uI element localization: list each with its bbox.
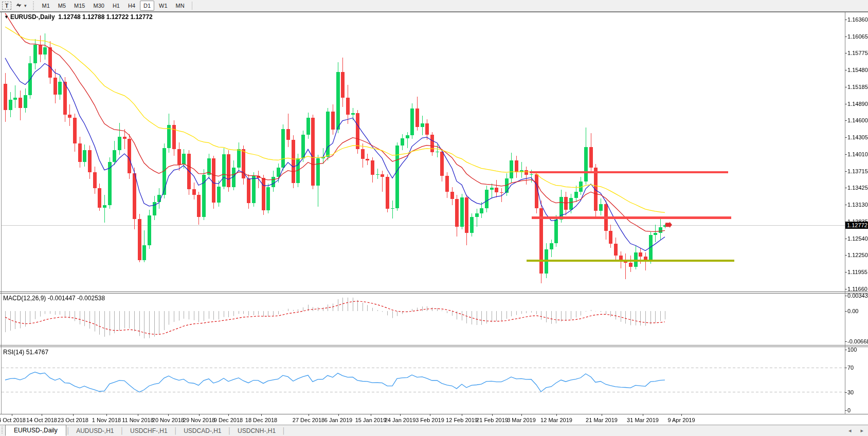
timeframe-button-h1[interactable]: H1 <box>109 1 123 11</box>
price-axis-tick: 1.12250 <box>847 252 868 258</box>
price-axis-tick: 1.13130 <box>847 202 868 208</box>
price-axis-tick: 1.16360 <box>847 16 868 23</box>
macd-values: -0.001447 -0.002538 <box>48 295 105 302</box>
chart-tab-usdcnhh1[interactable]: USDCNH-,H1 <box>231 425 282 436</box>
chart-canvas[interactable] <box>0 0 868 436</box>
chart-tab-eurusddaily[interactable]: EURUSD-,Daily <box>5 425 66 436</box>
arrange-tool-button[interactable]: ▾ <box>14 1 27 11</box>
rsi-axis-tick: 0 <box>847 407 851 413</box>
price-axis-tick: 1.11660 <box>847 286 867 292</box>
expand-triangle-icon[interactable]: ▼ <box>4 14 9 20</box>
scroll-right-icon[interactable]: ▸ <box>856 427 868 434</box>
timeframe-button-m1[interactable]: M1 <box>39 1 53 11</box>
chart-tab-usdcadh1[interactable]: USDCAD-,H1 <box>177 425 227 436</box>
macd-axis-tick: 0.003431 <box>847 293 868 299</box>
timeframe-button-m15[interactable]: M15 <box>70 1 88 11</box>
price-axis-tick: 1.15775 <box>847 50 868 56</box>
price-axis-tick: 1.12540 <box>847 235 868 242</box>
tabbar-grip[interactable] <box>1 427 4 434</box>
price-axis-tick: 1.13715 <box>847 168 868 174</box>
chart-ohlc-values: 1.12748 1.12788 1.12722 1.12772 <box>58 13 153 21</box>
price-axis-tick: 1.11955 <box>847 269 867 275</box>
chart-symbol-period: EURUSD-,Daily <box>10 13 55 21</box>
price-axis-tick: 1.15480 <box>847 67 868 73</box>
text-tool-icon: T <box>2 2 11 10</box>
double-arrow-icon <box>15 2 23 10</box>
tab-scroll-arrows: ◂ ▸ <box>844 425 868 436</box>
macd-axis-tick: 0.00 <box>847 308 858 314</box>
date-axis-tick: 12 Mar 2019 <box>533 417 580 423</box>
rsi-axis-tick: 100 <box>847 347 857 353</box>
chart-tab-audusdh1[interactable]: AUDUSD-,H1 <box>70 425 120 436</box>
price-axis-tick: 1.15185 <box>847 84 868 90</box>
price-axis-tick: 1.14600 <box>847 117 868 123</box>
chart-tab-usdchfh1[interactable]: USDCHF-,H1 <box>124 425 174 436</box>
current-price-tag: 1.12772 <box>845 222 868 229</box>
tab-separator: │ <box>120 425 124 436</box>
chart-title: ▼EURUSD-,Daily 1.12748 1.12788 1.12722 1… <box>4 13 153 21</box>
macd-label: MACD(12,26,9) -0.001447 -0.002538 <box>3 295 105 302</box>
timeframe-button-w1[interactable]: W1 <box>155 1 171 11</box>
chart-tabs: EURUSD-,Daily│AUDUSD-,H1│USDCHF-,H1│USDC… <box>5 425 286 436</box>
tab-separator: │ <box>66 425 70 436</box>
chart-tab-bar: EURUSD-,Daily│AUDUSD-,H1│USDCHF-,H1│USDC… <box>0 425 868 436</box>
price-axis-tick: 1.14305 <box>847 134 868 140</box>
toolbar-separator <box>192 2 192 10</box>
timeframe-button-mn[interactable]: MN <box>172 1 188 11</box>
text-label-tool-button[interactable]: T <box>1 1 12 11</box>
date-axis-tick: 18 Dec 2018 <box>238 417 284 423</box>
timeframe-button-m30[interactable]: M30 <box>90 1 108 11</box>
terminal-window: T ▾ M1M5M15M30H1H4D1W1MN ▼EURUSD-,Daily … <box>0 0 868 436</box>
macd-axis-tick: -0.006686 <box>847 338 868 344</box>
scroll-left-icon[interactable]: ◂ <box>844 427 856 434</box>
rsi-label: RSI(14) 51.4767 <box>3 349 48 356</box>
chevron-down-icon[interactable]: ▾ <box>24 3 27 8</box>
timeframe-button-h4[interactable]: H4 <box>124 1 139 11</box>
timeframe-button-group: M1M5M15M30H1H4D1W1MN <box>38 1 189 11</box>
toolbar: T ▾ M1M5M15M30H1H4D1W1MN <box>0 0 868 12</box>
price-axis-tick: 1.14010 <box>847 151 868 157</box>
tab-separator: │ <box>228 425 232 436</box>
timeframe-button-d1[interactable]: D1 <box>140 1 154 11</box>
rsi-axis-tick: 70 <box>847 365 854 371</box>
price-axis-tick: 1.14890 <box>847 101 868 107</box>
rsi-value: 51.4767 <box>26 349 48 356</box>
timeframe-button-m5[interactable]: M5 <box>55 1 69 11</box>
price-axis-tick: 1.13425 <box>847 185 868 191</box>
price-axis-tick: 1.16065 <box>847 33 868 40</box>
tab-separator: │ <box>174 425 178 436</box>
date-axis-tick: 21 Mar 2019 <box>578 417 625 423</box>
rsi-axis-tick: 30 <box>847 389 854 395</box>
date-axis-tick: 9 Apr 2019 <box>658 417 704 423</box>
toolbar-grip[interactable] <box>32 2 35 10</box>
tab-separator: │ <box>282 425 286 436</box>
